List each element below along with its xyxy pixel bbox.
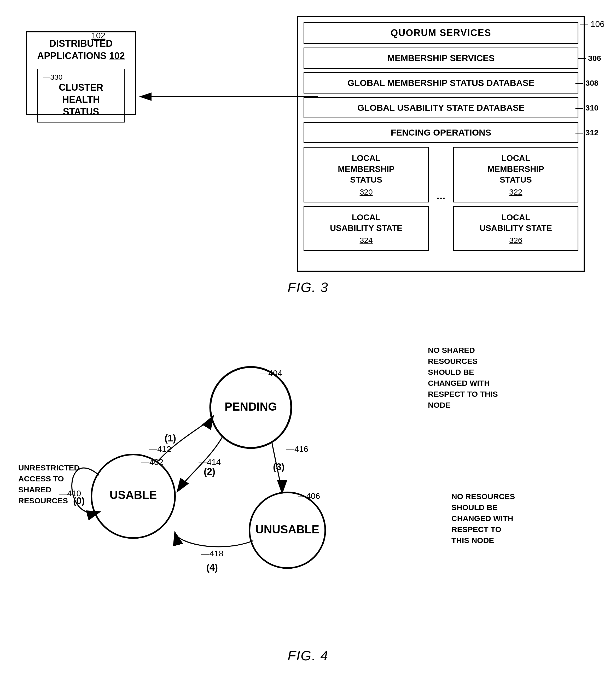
- t1-label: (1): [165, 433, 176, 444]
- ref-326: 326: [459, 236, 572, 245]
- cluster-health-inner2: —330 CLUSTER HEALTH STATUS: [37, 69, 125, 122]
- dots-separator: ···: [434, 193, 448, 205]
- ref-324: 324: [310, 236, 423, 245]
- local-membership-1-box: LOCALMEMBERSHIPSTATUS 320: [303, 147, 429, 203]
- local-col-right: LOCALMEMBERSHIPSTATUS 322 LOCALUSABILITY…: [453, 147, 578, 251]
- ref-308: — 308: [575, 78, 599, 88]
- dist-apps-title-text: DISTRIBUTED APPLICATIONS 102: [33, 38, 129, 62]
- local-col-left: LOCALMEMBERSHIPSTATUS 320 LOCALUSABILITY…: [303, 147, 429, 251]
- ref-310: — 310: [575, 103, 599, 112]
- page-container: DISTRIBUTED APPLICATIONS 102 —330 CLUSTE…: [0, 0, 616, 676]
- fig4-section: USABLE PENDING UNUSABLE —402 —404: [10, 314, 606, 666]
- ref-402-label: —402: [141, 457, 163, 467]
- dist-apps-ref-label: 102: [92, 31, 105, 41]
- unusable-desc-label: NO RESOURCES SHOULD BE CHANGED WITH RESP…: [451, 491, 519, 546]
- t4-label: (4): [206, 562, 218, 573]
- ref-418-label: —418: [201, 549, 223, 558]
- ref-320: 320: [310, 187, 423, 196]
- fig3-section: DISTRIBUTED APPLICATIONS 102 —330 CLUSTE…: [10, 10, 606, 298]
- global-usability-box: GLOBAL USABILITY STATE DATABASE — 310: [303, 97, 578, 118]
- cluster-health-text2: CLUSTER HEALTH STATUS: [43, 81, 119, 118]
- ref-414-label: —414: [199, 457, 221, 467]
- ref-416-label: —416: [286, 444, 308, 454]
- ref-406-label: —406: [298, 491, 320, 501]
- unrestricted-access-label: UNRESTRICTED ACCESS TO SHARED RESOURCES: [18, 462, 70, 506]
- local-boxes-container: LOCALMEMBERSHIPSTATUS 320 LOCALUSABILITY…: [303, 147, 578, 251]
- quorum-outer-box: — 106 QUORUM SERVICES MEMBERSHIP SERVICE…: [297, 16, 585, 272]
- ref-106: — 106: [580, 19, 605, 29]
- ref-404-label: —404: [260, 369, 282, 378]
- fig3-title: FIG. 3: [288, 280, 328, 295]
- fencing-operations-box: FENCING OPERATIONS — 312: [303, 122, 578, 143]
- local-usability-2-box: LOCALUSABILITY STATE 326: [453, 206, 578, 251]
- membership-services-box: MEMBERSHIP SERVICES — 306: [303, 48, 578, 69]
- fig4-diagram: USABLE PENDING UNUSABLE —402 —404: [10, 314, 606, 653]
- local-usability-1-box: LOCALUSABILITY STATE 324: [303, 206, 429, 251]
- global-membership-box: GLOBAL MEMBERSHIP STATUS DATABASE — 308: [303, 72, 578, 94]
- usable-label: USABLE: [110, 489, 157, 501]
- ref-312: — 312: [575, 128, 599, 137]
- local-membership-2-box: LOCALMEMBERSHIPSTATUS 322: [453, 147, 578, 203]
- fig4-title: FIG. 4: [288, 648, 328, 664]
- ref-306: — 306: [578, 54, 601, 63]
- pending-desc-label: NO SHARED RESOURCES SHOULD BE CHANGED WI…: [428, 345, 501, 411]
- transition-4-arrow: [175, 533, 254, 547]
- t3-label: (3): [273, 461, 284, 472]
- unusable-label: UNUSABLE: [256, 523, 319, 536]
- ref-322: 322: [459, 187, 572, 196]
- t0-label: (0): [73, 496, 85, 506]
- pending-label: PENDING: [225, 400, 277, 413]
- ref-412-label: —412: [149, 444, 171, 454]
- dist-apps-box: DISTRIBUTED APPLICATIONS 102 —330 CLUSTE…: [26, 31, 136, 115]
- quorum-services-title: QUORUM SERVICES: [303, 22, 578, 44]
- t2-label: (2): [204, 466, 215, 477]
